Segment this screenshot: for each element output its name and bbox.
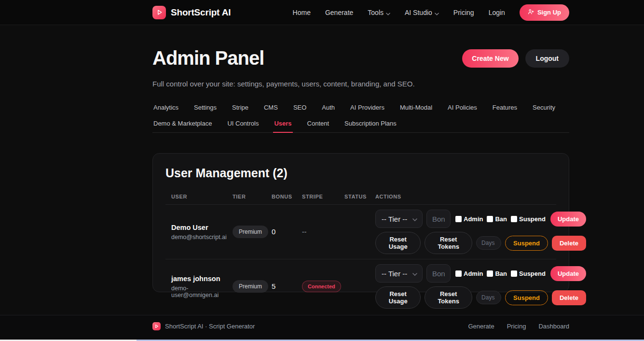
nav-link-tools[interactable]: Tools: [368, 8, 390, 17]
footer-link-dashboard[interactable]: Dashboard: [538, 323, 569, 330]
tier-select[interactable]: -- Tier --: [375, 210, 423, 228]
reset-tokens-button[interactable]: Reset Tokens: [425, 286, 472, 309]
ban-checkbox[interactable]: [487, 270, 493, 277]
user-cell: james johnson demo-user@omnigen.ai: [165, 269, 227, 305]
stripe-connected-badge: Connected: [302, 281, 341, 292]
admin-header: Admin Panel Create New Logout Full contr…: [152, 47, 569, 88]
table-row: james johnson demo-user@omnigen.ai Premi…: [165, 259, 556, 313]
tab-seo[interactable]: SEO: [292, 100, 307, 117]
tab-ai-policies[interactable]: AI Policies: [447, 100, 478, 117]
chevron-down-icon: [412, 214, 417, 223]
nav-link-ai-studio[interactable]: AI Studio: [405, 8, 439, 17]
tab-stripe[interactable]: Stripe: [231, 100, 249, 117]
col-status: Status: [339, 191, 370, 204]
tab-demo-marketplace[interactable]: Demo & Marketplace: [152, 116, 213, 133]
tab-auth[interactable]: Auth: [321, 100, 336, 117]
page-title: Admin Panel: [152, 47, 264, 69]
status-cell: [339, 280, 370, 293]
brand[interactable]: ShortScript AI: [152, 6, 231, 19]
tab-settings[interactable]: Settings: [193, 100, 218, 117]
reset-usage-button[interactable]: Reset Usage: [375, 286, 421, 309]
status-cell: [339, 226, 370, 238]
tab-features[interactable]: Features: [492, 100, 518, 117]
footer-brand: ShortScript AI · Script Generator: [152, 322, 255, 330]
footer-link-generate[interactable]: Generate: [468, 323, 494, 330]
footer-nav-links: Generate Pricing Dashboard: [468, 323, 569, 330]
footer-brand-text: ShortScript AI · Script Generator: [165, 323, 255, 330]
col-actions: Actions: [370, 191, 556, 204]
reset-tokens-button[interactable]: Reset Tokens: [425, 232, 472, 254]
table-header-row: User Tier Bonus Stripe Status Actions: [165, 191, 556, 204]
actions-cell: -- Tier -- Admin Ban Suspend Update: [370, 259, 592, 313]
signup-button[interactable]: Sign Up: [520, 4, 569, 21]
tier-cell: Premium: [227, 274, 266, 299]
nav-menu: Home Generate Tools AI Studio Pricing Lo…: [293, 4, 569, 21]
brand-name: ShortScript AI: [171, 7, 231, 18]
logout-button[interactable]: Logout: [525, 49, 569, 68]
nav-link-pricing[interactable]: Pricing: [453, 9, 474, 16]
stripe-cell: Connected: [296, 274, 339, 298]
footer: ShortScript AI · Script Generator Genera…: [0, 315, 644, 341]
admin-checkbox[interactable]: [455, 216, 462, 222]
tab-ai-providers[interactable]: AI Providers: [349, 100, 385, 117]
suspend-button[interactable]: Suspend: [505, 290, 548, 305]
col-tier: Tier: [227, 191, 266, 204]
tab-ui-controls[interactable]: UI Controls: [226, 116, 260, 133]
bonus-input[interactable]: [426, 264, 451, 283]
tier-cell: Premium: [227, 219, 266, 244]
bonus-cell: 5: [266, 276, 296, 297]
admin-tabs: Analytics Settings Stripe CMS SEO Auth A…: [152, 100, 569, 133]
suspend-checkbox[interactable]: [511, 270, 517, 277]
col-user: User: [165, 191, 227, 204]
chevron-down-icon: [412, 269, 417, 278]
top-navbar: ShortScript AI Home Generate Tools AI St…: [0, 0, 644, 25]
admin-checkbox[interactable]: [455, 270, 462, 277]
page-subtitle: Full control over your site: settings, p…: [152, 80, 569, 88]
table-row: Demo User demo@shortscript.ai Premium 0 …: [165, 204, 556, 259]
tab-users[interactable]: Users: [273, 116, 292, 133]
chevron-down-icon: [386, 9, 390, 17]
delete-button[interactable]: Delete: [552, 236, 586, 251]
tab-security[interactable]: Security: [532, 100, 556, 117]
days-input[interactable]: [476, 291, 501, 304]
nav-link-login[interactable]: Login: [489, 9, 505, 16]
update-button[interactable]: Update: [550, 212, 586, 227]
nav-link-home[interactable]: Home: [293, 9, 311, 16]
user-management-card: User Management (2) User Tier Bonus Stri…: [152, 153, 569, 292]
footer-link-pricing[interactable]: Pricing: [507, 323, 526, 330]
user-email: demo@shortscript.ai: [171, 234, 221, 241]
card-title: User Management (2): [165, 166, 556, 180]
tier-select[interactable]: -- Tier --: [375, 264, 423, 283]
tier-badge: Premium: [233, 226, 268, 238]
tab-subscription-plans[interactable]: Subscription Plans: [343, 116, 397, 133]
stripe-cell: --: [296, 221, 339, 242]
user-email: demo-user@omnigen.ai: [171, 285, 221, 298]
update-button[interactable]: Update: [550, 266, 586, 281]
suspend-button[interactable]: Suspend: [505, 236, 548, 251]
ban-checkbox[interactable]: [487, 216, 493, 222]
user-table: User Tier Bonus Stripe Status Actions De…: [165, 191, 556, 313]
reset-usage-button[interactable]: Reset Usage: [375, 232, 421, 254]
tab-content[interactable]: Content: [306, 116, 330, 133]
user-name: Demo User: [171, 224, 221, 231]
actions-cell: -- Tier -- Admin Ban Suspend Update: [370, 205, 592, 259]
delete-button[interactable]: Delete: [552, 290, 586, 305]
col-stripe: Stripe: [296, 191, 339, 204]
tab-cms[interactable]: CMS: [263, 100, 279, 117]
col-bonus: Bonus: [266, 191, 296, 204]
nav-link-generate[interactable]: Generate: [325, 9, 353, 16]
user-cell: Demo User demo@shortscript.ai: [165, 217, 227, 247]
chevron-down-icon: [435, 9, 439, 17]
play-icon: [152, 322, 161, 330]
tab-analytics[interactable]: Analytics: [152, 100, 179, 117]
play-icon: [152, 6, 166, 19]
tier-badge: Premium: [233, 280, 268, 293]
days-input[interactable]: [476, 236, 501, 250]
user-name: james johnson: [171, 275, 221, 283]
suspend-checkbox[interactable]: [511, 216, 517, 222]
bonus-input[interactable]: [426, 210, 451, 228]
user-plus-icon: [528, 9, 534, 16]
tab-multi-modal[interactable]: Multi-Modal: [399, 100, 433, 117]
bonus-cell: 0: [266, 221, 296, 242]
create-new-button[interactable]: Create New: [462, 49, 518, 68]
